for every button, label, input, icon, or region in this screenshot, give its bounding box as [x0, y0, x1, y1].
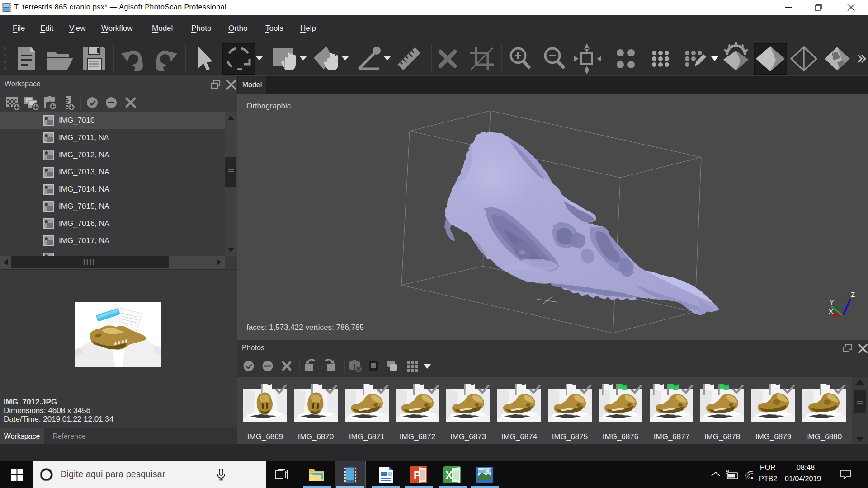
- svg-text:X: X: [445, 469, 453, 481]
- svg-text:Y: Y: [830, 298, 834, 306]
- svg-text:X: X: [829, 307, 833, 315]
- svg-text:Z: Z: [851, 291, 855, 298]
- svg-text:P: P: [414, 469, 420, 481]
